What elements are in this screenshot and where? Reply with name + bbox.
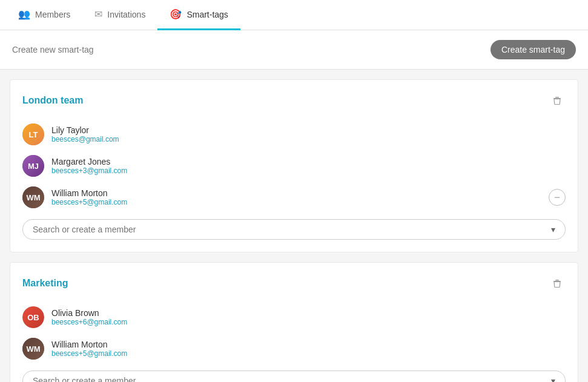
tab-members[interactable]: 👥 Members: [6, 0, 82, 30]
member-list-marketing: OB Olivia Brown beesces+6@gmail.com − WM…: [22, 301, 566, 364]
delete-london-team-button[interactable]: [549, 92, 566, 109]
tab-invitations[interactable]: ✉ Invitations: [82, 0, 157, 30]
member-list-london: LT Lily Taylor beesces@gmail.com − MJ Ma…: [22, 119, 566, 213]
content-area: London team LT Lily Taylor beesces@gmail…: [0, 70, 588, 382]
tabs-bar: 👥 Members ✉ Invitations 🎯 Smart-tags: [0, 0, 588, 30]
create-smart-tag-button[interactable]: Create smart-tag: [491, 40, 576, 59]
avatar: OB: [22, 306, 44, 328]
tag-header-london: London team: [22, 92, 566, 109]
tag-header-marketing: Marketing: [22, 275, 566, 292]
chevron-down-icon: ▾: [551, 376, 555, 382]
delete-marketing-button[interactable]: [549, 275, 566, 292]
svg-rect-3: [555, 280, 559, 281]
invitations-icon: ✉: [94, 8, 102, 20]
members-icon: 👥: [18, 8, 30, 20]
tab-smart-tags[interactable]: 🎯 Smart-tags: [157, 0, 240, 30]
tag-card-london-team: London team LT Lily Taylor beesces@gmail…: [10, 79, 578, 252]
search-member-dropdown-london[interactable]: ▾: [22, 219, 566, 240]
avatar: LT: [22, 123, 44, 145]
member-email: beesces+5@gmail.com: [51, 198, 541, 206]
member-email: beesces+5@gmail.com: [51, 349, 541, 358]
create-smart-tag-input[interactable]: [12, 45, 491, 54]
member-row: LT Lily Taylor beesces@gmail.com −: [22, 119, 566, 150]
avatar: WM: [22, 338, 44, 360]
member-name: Olivia Brown: [51, 308, 541, 318]
member-row: MJ Margaret Jones beesces+3@gmail.com −: [22, 150, 566, 182]
member-name: Lily Taylor: [51, 125, 541, 135]
remove-member-button[interactable]: −: [549, 189, 566, 206]
create-bar: Create smart-tag: [0, 30, 588, 70]
member-email: beesces+6@gmail.com: [51, 318, 541, 326]
member-info: William Morton beesces+5@gmail.com: [51, 340, 541, 358]
member-info: Olivia Brown beesces+6@gmail.com: [51, 308, 541, 326]
member-row: OB Olivia Brown beesces+6@gmail.com −: [22, 301, 566, 333]
member-row: WM William Morton beesces+5@gmail.com −: [22, 182, 566, 213]
tab-members-label: Members: [35, 10, 70, 19]
chevron-down-icon: ▾: [551, 225, 555, 234]
tab-smart-tags-label: Smart-tags: [187, 10, 228, 19]
svg-rect-1: [555, 97, 559, 98]
member-info: Lily Taylor beesces@gmail.com: [51, 125, 541, 143]
member-info: Margaret Jones beesces+3@gmail.com: [51, 157, 541, 175]
member-row: WM William Morton beesces+5@gmail.com −: [22, 333, 566, 364]
search-member-dropdown-marketing[interactable]: ▾: [22, 370, 566, 382]
tag-title-london: London team: [22, 95, 83, 106]
member-name: Margaret Jones: [51, 157, 541, 166]
tag-card-marketing: Marketing OB Olivia Brown beesces+6@gmai…: [10, 262, 578, 382]
member-email: beesces+3@gmail.com: [51, 166, 541, 175]
avatar: MJ: [22, 155, 44, 177]
smart-tags-icon: 🎯: [170, 8, 182, 20]
member-name: William Morton: [51, 188, 541, 198]
member-email: beesces@gmail.com: [51, 135, 541, 143]
member-name: William Morton: [51, 340, 541, 349]
search-member-input-marketing[interactable]: [33, 376, 551, 382]
member-info: William Morton beesces+5@gmail.com: [51, 188, 541, 206]
avatar: WM: [22, 186, 44, 208]
tag-title-marketing: Marketing: [22, 278, 68, 289]
search-member-input-london[interactable]: [33, 225, 551, 234]
tab-invitations-label: Invitations: [107, 10, 145, 19]
